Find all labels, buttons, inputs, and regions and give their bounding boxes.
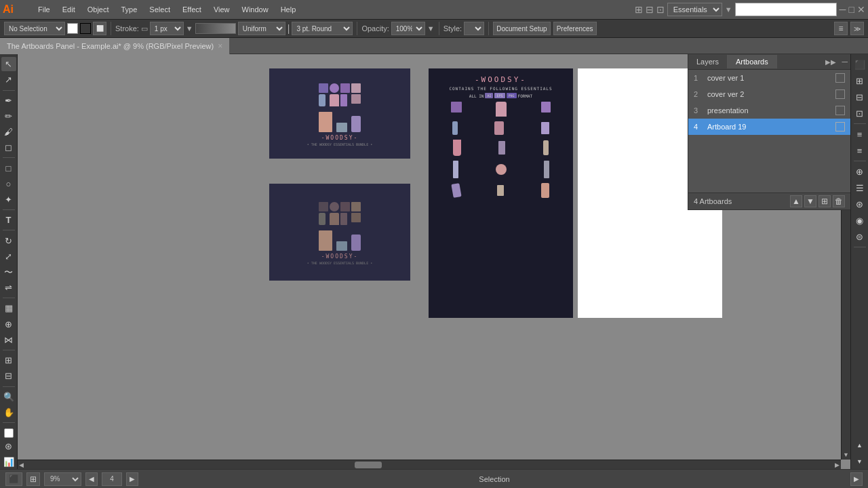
page-number-input[interactable]: [102, 472, 122, 486]
artboard-row-4[interactable]: 4 Artboard 19: [688, 119, 850, 135]
artboard-cover2: cover ver 2 -WOODSY-: [269, 183, 411, 281]
scale-tool[interactable]: ⤢: [1, 249, 16, 264]
ellipse-tool[interactable]: ○: [1, 177, 16, 191]
minimize-btn[interactable]: ─: [840, 4, 846, 15]
artboard-row-3[interactable]: 3 presentation: [688, 102, 850, 119]
panel-close[interactable]: ─: [839, 54, 850, 69]
layers-tab[interactable]: Layers: [688, 55, 728, 68]
artboard-vis-3[interactable]: [835, 106, 845, 115]
right-tool-9[interactable]: ⊛: [852, 197, 867, 211]
type-tool[interactable]: T: [1, 213, 16, 227]
right-tool-10[interactable]: ◉: [852, 213, 867, 228]
menu-object[interactable]: Object: [82, 4, 115, 15]
menu-select[interactable]: Select: [144, 4, 176, 15]
status-arrow-btn[interactable]: ▶: [850, 472, 863, 486]
artboard-row-1[interactable]: 1 cover ver 1: [688, 70, 850, 86]
right-tool-7[interactable]: ⊕: [852, 164, 867, 179]
nav-next-button[interactable]: ▶: [126, 472, 138, 486]
select-tool[interactable]: ↖: [1, 57, 16, 71]
artboard-vis-1[interactable]: [835, 73, 845, 83]
right-scroll-down[interactable]: ▼: [852, 454, 867, 469]
workspace-icon2: ⊟: [646, 4, 654, 15]
menu-view[interactable]: View: [208, 4, 235, 15]
new-artboard-button[interactable]: ⊞: [818, 195, 831, 207]
warp-tool[interactable]: 〜: [1, 265, 16, 279]
graph-tool[interactable]: 📊: [1, 455, 16, 469]
selection-type-select[interactable]: No Selection: [4, 22, 65, 35]
artboard-num-2: 2: [694, 90, 703, 98]
move-down-button[interactable]: ▼: [804, 195, 816, 207]
maximize-btn[interactable]: □: [849, 4, 854, 15]
scroll-down-arrow[interactable]: ▼: [842, 450, 850, 460]
panel-options-arrow[interactable]: ▶▶: [823, 56, 839, 68]
color-swatch-fill[interactable]: [67, 23, 78, 34]
artboard-vis-2[interactable]: [835, 89, 845, 99]
document-tab[interactable]: The Artboards Panel - Example.ai* @ 9% (…: [0, 38, 230, 54]
stroke-icon: |: [288, 23, 290, 34]
reflect-tool[interactable]: ⇌: [1, 281, 16, 295]
fill-swatch[interactable]: [4, 428, 14, 438]
right-tool-2[interactable]: ⊞: [852, 73, 867, 88]
menu-window[interactable]: Window: [237, 4, 274, 15]
hand-tool[interactable]: ✋: [1, 405, 16, 420]
menu-edit[interactable]: Edit: [57, 4, 81, 15]
move-up-button[interactable]: ▲: [790, 195, 802, 207]
close-btn[interactable]: ✕: [857, 4, 865, 15]
right-tool-4[interactable]: ⊡: [852, 106, 867, 121]
cover1-title: -WOODSY-: [321, 135, 359, 141]
stroke-type-select[interactable]: Uniform: [238, 22, 285, 35]
delete-artboard-button[interactable]: 🗑: [833, 195, 845, 207]
workspace-select[interactable]: Essentials: [667, 3, 722, 16]
right-tool-5[interactable]: ≡: [852, 127, 867, 142]
menu-file[interactable]: File: [33, 4, 56, 15]
eraser-tool[interactable]: ◻: [1, 140, 16, 155]
options-arrow[interactable]: ≫: [850, 22, 864, 35]
eyedropper-tool[interactable]: ⊕: [1, 317, 16, 331]
right-tool-11[interactable]: ⊜: [852, 229, 867, 244]
right-tool-8[interactable]: ☰: [852, 180, 867, 195]
artboard-vis-4[interactable]: [835, 122, 845, 131]
zoom-select[interactable]: 9%: [44, 472, 81, 486]
stroke-mode-btn[interactable]: ⬜: [93, 22, 106, 35]
symbol-tool[interactable]: ⊛: [1, 439, 16, 453]
arrange-icon[interactable]: ≡: [834, 22, 848, 35]
slice-tool[interactable]: ⊟: [1, 369, 16, 383]
status-icon2[interactable]: ⊞: [26, 472, 40, 486]
tab-close-icon[interactable]: ×: [218, 41, 222, 51]
stroke-style-select[interactable]: 3 pt. Round: [292, 22, 353, 35]
menu-help[interactable]: Help: [275, 4, 302, 15]
artboards-tab[interactable]: Artboards: [728, 55, 777, 68]
horizontal-scrollbar[interactable]: ◀ ▶: [18, 460, 841, 469]
style-select[interactable]: [464, 22, 484, 35]
direct-select-tool[interactable]: ↗: [1, 73, 16, 87]
artboard-cover1: cover ver 1 -WOODSY-: [269, 68, 411, 159]
zoom-tool[interactable]: 🔍: [1, 390, 16, 404]
opacity-select[interactable]: 100%: [391, 22, 425, 35]
stroke-size-select[interactable]: 1 px: [150, 22, 184, 35]
gradient-tool[interactable]: ▦: [1, 301, 16, 315]
preferences-button[interactable]: Preferences: [553, 22, 597, 35]
color-swatch-stroke[interactable]: [80, 23, 91, 34]
pencil-tool[interactable]: ✏: [1, 109, 16, 123]
search-input[interactable]: [735, 3, 837, 16]
right-tool-6[interactable]: ≡: [852, 143, 867, 158]
artboard-row-2[interactable]: 2 cover ver 2: [688, 86, 850, 102]
star-tool[interactable]: ✦: [1, 192, 16, 207]
right-tool-1[interactable]: ⬛: [852, 57, 867, 72]
menu-type[interactable]: Type: [116, 4, 143, 15]
menu-effect[interactable]: Effect: [177, 4, 207, 15]
paintbrush-tool[interactable]: 🖌: [1, 125, 16, 139]
nav-prev-button[interactable]: ◀: [85, 472, 98, 486]
status-icon1[interactable]: ⬛: [5, 472, 22, 486]
pen-tool[interactable]: ✒: [1, 93, 16, 107]
artboard-tool[interactable]: ⊞: [1, 353, 16, 367]
shape-tool[interactable]: □: [1, 161, 16, 175]
rotate-tool[interactable]: ↻: [1, 233, 16, 247]
scroll-left-arrow[interactable]: ◀: [18, 460, 25, 470]
right-scroll-up[interactable]: ▲: [852, 438, 867, 453]
scroll-thumb-horiz[interactable]: [355, 462, 382, 468]
document-setup-button[interactable]: Document Setup: [493, 22, 551, 35]
right-tool-3[interactable]: ⊟: [852, 89, 867, 104]
scroll-right-arrow[interactable]: ▶: [833, 460, 841, 470]
blend-tool[interactable]: ⋈: [1, 333, 16, 347]
